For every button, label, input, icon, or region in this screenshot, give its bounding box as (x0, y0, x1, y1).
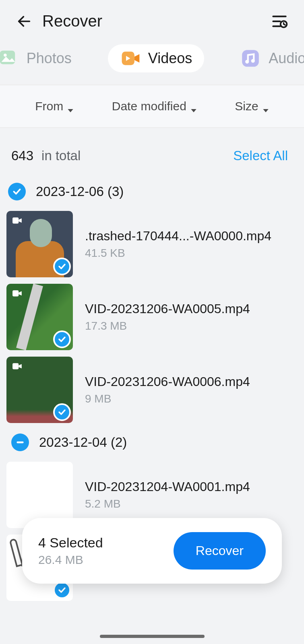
selection-count: 4 Selected (38, 535, 103, 551)
file-name: .trashed-170444...-WA0000.mp4 (85, 229, 296, 244)
selection-info: 4 Selected 26.4 MB (38, 535, 103, 567)
group-header[interactable]: 2023-12-04 (2) (0, 426, 304, 458)
recover-button[interactable]: Recover (174, 532, 266, 570)
selected-check-icon[interactable] (53, 330, 71, 348)
chevron-down-icon (190, 103, 197, 109)
item-info: .trashed-170444...-WA0000.mp4 41.5 KB (85, 229, 296, 260)
filter-label: Size (235, 99, 258, 113)
svg-rect-5 (0, 51, 15, 64)
select-all-link[interactable]: Select All (233, 148, 288, 163)
selected-check-icon[interactable] (53, 258, 71, 275)
video-badge-icon (11, 289, 23, 301)
selected-check-icon[interactable] (53, 581, 71, 599)
svg-rect-15 (12, 217, 19, 223)
svg-marker-13 (191, 109, 196, 112)
video-thumbnail[interactable] (6, 357, 73, 423)
filter-date-modified[interactable]: Date modified (112, 99, 197, 113)
header: Recover (0, 0, 304, 38)
list-item[interactable]: VID-20231206-WA0006.mp4 9 MB (0, 353, 304, 426)
group-header[interactable]: 2023-12-06 (3) (0, 175, 304, 208)
photos-icon (0, 48, 21, 68)
total-count: 643 in total (11, 148, 81, 163)
svg-marker-14 (263, 109, 268, 112)
file-name: VID-20231204-WA0001.mp4 (85, 479, 296, 494)
tab-label: Audio (269, 50, 304, 67)
svg-point-10 (245, 60, 249, 64)
video-thumbnail[interactable] (6, 211, 73, 277)
selection-bar: 4 Selected 26.4 MB Recover (22, 518, 282, 584)
audio-icon (240, 48, 263, 68)
filter-bar: From Date modified Size (0, 85, 304, 128)
count-label: in total (41, 148, 81, 163)
video-badge-icon (11, 216, 23, 228)
tab-videos[interactable]: Videos (108, 44, 204, 72)
file-name: VID-20231206-WA0006.mp4 (85, 374, 296, 389)
group-title: 2023-12-06 (3) (36, 184, 124, 199)
media-tabs: Photos Videos Audio (0, 38, 304, 85)
svg-marker-12 (68, 109, 73, 112)
svg-rect-9 (242, 50, 259, 67)
file-name: VID-20231206-WA0005.mp4 (85, 301, 296, 316)
history-icon[interactable] (271, 13, 288, 30)
tab-label: Videos (148, 50, 192, 67)
tab-photos[interactable]: Photos (0, 44, 84, 72)
svg-rect-16 (12, 290, 19, 296)
item-info: VID-20231204-WA0001.mp4 5.2 MB (85, 479, 296, 510)
file-size: 17.3 MB (85, 320, 296, 332)
selection-size: 26.4 MB (38, 553, 103, 567)
list-item[interactable]: .trashed-170444...-WA0000.mp4 41.5 KB (0, 208, 304, 281)
video-thumbnail[interactable] (6, 284, 73, 350)
filter-from[interactable]: From (35, 99, 74, 113)
header-left: Recover (16, 12, 102, 30)
chevron-down-icon (67, 103, 74, 109)
file-size: 5.2 MB (85, 497, 296, 510)
filter-label: From (35, 99, 63, 113)
file-size: 41.5 KB (85, 247, 296, 260)
count-number: 643 (11, 148, 33, 163)
checkbox-checked-icon[interactable] (8, 183, 26, 200)
chevron-down-icon (263, 103, 269, 109)
checkbox-partial-icon[interactable] (11, 433, 29, 451)
file-size: 9 MB (85, 392, 296, 405)
svg-point-11 (251, 59, 255, 63)
item-info: VID-20231206-WA0006.mp4 9 MB (85, 374, 296, 405)
tab-label: Photos (27, 50, 72, 67)
summary-row: 643 in total Select All (0, 128, 304, 175)
home-indicator[interactable] (100, 635, 205, 638)
filter-label: Date modified (112, 99, 186, 113)
video-badge-icon (11, 361, 23, 374)
filter-size[interactable]: Size (235, 99, 269, 113)
tab-audio[interactable]: Audio (228, 44, 304, 72)
list-item[interactable]: VID-20231206-WA0005.mp4 17.3 MB (0, 281, 304, 353)
videos-icon (120, 48, 142, 68)
item-info: VID-20231206-WA0005.mp4 17.3 MB (85, 301, 296, 332)
selected-check-icon[interactable] (53, 403, 71, 421)
back-icon[interactable] (16, 13, 32, 29)
svg-point-6 (4, 54, 7, 57)
page-title: Recover (42, 12, 102, 30)
svg-rect-17 (12, 363, 19, 369)
group-title: 2023-12-04 (2) (39, 435, 127, 450)
